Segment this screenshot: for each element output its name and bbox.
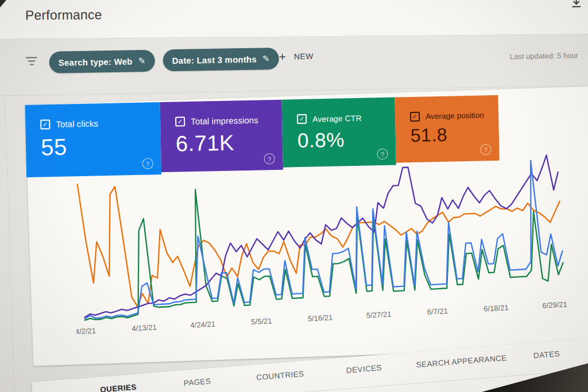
- card-label: Average CTR: [312, 113, 362, 123]
- chip-search-type[interactable]: Search type: Web ✎: [49, 50, 154, 73]
- search-console-screen: Performance Search type: Web ✎ Date: Las…: [0, 0, 588, 392]
- checkbox-checked-icon[interactable]: ✓: [40, 119, 50, 129]
- card-label: Average position: [425, 111, 484, 121]
- edit-icon: ✎: [138, 56, 145, 66]
- x-tick-label: 4/24/21: [190, 320, 215, 329]
- series-clicks: [78, 159, 565, 319]
- x-tick-label: 6/18/21: [483, 303, 509, 313]
- edit-icon: ✎: [262, 53, 270, 64]
- performance-chart-panel: ✓ Total clicks 55 ? ✓ Total impressions …: [25, 84, 588, 366]
- x-tick-label: 6/29/21: [542, 300, 567, 309]
- chip-date-range-label: Date: Last 3 months: [172, 54, 257, 65]
- chip-search-type-label: Search type: Web: [59, 56, 133, 67]
- tab-dates[interactable]: DATES: [533, 350, 560, 360]
- sidebar-edge-line: [5, 96, 19, 392]
- checkbox-checked-icon[interactable]: ✓: [297, 114, 307, 124]
- filter-list-icon[interactable]: [25, 57, 38, 66]
- add-icon: +: [278, 51, 286, 63]
- tab-queries[interactable]: QUERIES: [100, 383, 137, 392]
- app-header: Performance: [0, 0, 588, 40]
- new-filter-label: NEW: [294, 51, 314, 61]
- x-tick-label: 6/7/21: [427, 306, 448, 316]
- chip-date-range[interactable]: Date: Last 3 months ✎: [163, 48, 279, 72]
- performance-line-chart: 4/2/214/13/214/24/215/5/215/16/215/27/21…: [67, 132, 570, 341]
- last-updated-text: Last updated: 5 hour: [510, 49, 588, 61]
- x-tick-label: 5/27/21: [366, 310, 392, 320]
- export-download-icon[interactable]: [570, 0, 583, 10]
- x-tick-label: 5/16/21: [307, 313, 332, 323]
- x-tick-label: 4/13/21: [131, 323, 157, 332]
- checkbox-checked-icon[interactable]: ✓: [175, 117, 185, 126]
- card-label: Total impressions: [191, 115, 258, 126]
- checkbox-checked-icon[interactable]: ✓: [410, 112, 420, 122]
- x-tick-label: 5/5/21: [251, 316, 272, 326]
- x-tick-label: 4/2/21: [75, 326, 96, 336]
- new-filter-button[interactable]: + NEW: [278, 50, 313, 63]
- page-title: Performance: [25, 7, 102, 23]
- tab-pages[interactable]: PAGES: [183, 377, 211, 388]
- tab-search-appearance[interactable]: SEARCH APPEARANCE: [416, 354, 507, 369]
- tab-devices[interactable]: DEVICES: [346, 363, 382, 375]
- chart-canvas: 4/2/214/13/214/24/215/5/215/16/215/27/21…: [67, 132, 567, 338]
- card-label: Total clicks: [56, 118, 98, 129]
- tab-countries[interactable]: COUNTRIES: [256, 370, 304, 382]
- sidebar-divider-line: [0, 285, 11, 286]
